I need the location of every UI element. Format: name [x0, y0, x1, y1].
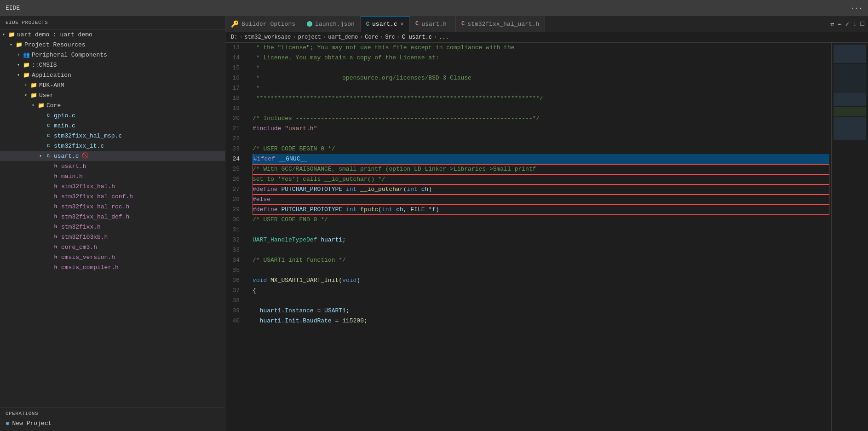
tree-item-application[interactable]: 📁Application: [0, 70, 225, 80]
menu-dots[interactable]: ···: [851, 5, 862, 12]
icon-core_cm3_h: h: [52, 244, 60, 250]
tab-usart_h[interactable]: Cusart.h: [410, 16, 456, 32]
tree-item-uart_demo[interactable]: 📁uart_demo : uart_demo: [0, 29, 225, 40]
breadcrumb-part-6[interactable]: C usart.c: [402, 34, 432, 40]
line-num-13: 13: [225, 43, 245, 53]
code-content[interactable]: * the "License"; You may not use this fi…: [251, 43, 831, 431]
sidebar-header: EIDE PROJECTS: [0, 16, 225, 29]
breadcrumb: D:›stm32_worksape›project›uart_demo›Core…: [225, 32, 868, 43]
icon-stm32f1xx_hal_msp_c: C: [44, 133, 52, 138]
breadcrumb-sep-2: ›: [323, 34, 326, 40]
icon-user: 📁: [29, 92, 38, 99]
arrow-cmsis[interactable]: [15, 62, 22, 68]
tree-item-project_resources[interactable]: 📁Project Resources: [0, 40, 225, 50]
collapse-icon[interactable]: □: [861, 20, 864, 28]
plus-icon: ⊕: [6, 420, 9, 427]
tree-item-stm32f1xx_it_c[interactable]: Cstm32f1xx_it.c: [0, 141, 225, 151]
minimize-icon[interactable]: ✓: [845, 20, 849, 28]
label-mdk_arm: MDK-ARM: [39, 82, 64, 89]
breadcrumb-part-1[interactable]: stm32_worksape: [245, 34, 291, 40]
app-title: EIDE: [6, 5, 20, 11]
tree-item-usart_c[interactable]: Cusart.c🚫: [0, 151, 225, 161]
icon-peripheral_components: 👥: [22, 52, 30, 58]
label-core: Core: [46, 102, 61, 109]
tree-item-main_c[interactable]: Cmain.c: [0, 121, 225, 131]
code-line-39: huart1.Instance = USART1;: [253, 306, 829, 316]
line-num-21: 21: [225, 124, 245, 134]
label-stm32f1xx_it_c: stm32f1xx_it.c: [54, 143, 104, 149]
label-stm32f1xx_h: stm32f1xx.h: [61, 224, 101, 230]
breadcrumb-sep-4: ›: [380, 34, 383, 40]
title-bar-menu[interactable]: ···: [851, 5, 862, 12]
tree-item-stm32f103xb_h[interactable]: hstm32f103xb.h: [0, 232, 225, 242]
breadcrumb-sep-3: ›: [360, 34, 363, 40]
label-application: Application: [32, 72, 71, 79]
tab-stm32f1xx_hal_uart_h[interactable]: Cstm32f1xx_hal_uart.h: [456, 16, 545, 32]
line-num-22: 22: [225, 134, 245, 144]
editor-area: 🔑Builder Optionslaunch.jsonCusart.c×Cusa…: [225, 16, 868, 431]
download-icon[interactable]: ↓: [853, 20, 857, 28]
tree-item-stm32f1xx_hal_def_h[interactable]: hstm32f1xx_hal_def.h: [0, 212, 225, 222]
tab-label-builder_options: Builder Options: [241, 21, 295, 28]
tab-builder_options[interactable]: 🔑Builder Options: [225, 16, 301, 32]
split-editor-icon[interactable]: ⇄: [830, 20, 834, 28]
line-num-39: 39: [225, 306, 245, 316]
operations-panel: OPERATIONS ⊕ New Project: [0, 408, 225, 431]
error-badge-usart_c: 🚫: [82, 153, 88, 159]
tree-item-stm32f1xx_h[interactable]: hstm32f1xx.h: [0, 222, 225, 232]
tree-item-main_h[interactable]: hmain.h: [0, 171, 225, 181]
tab-launch_json[interactable]: launch.json: [301, 16, 361, 32]
arrow-user[interactable]: [22, 92, 29, 98]
tree-item-stm32f1xx_hal_h[interactable]: hstm32f1xx_hal.h: [0, 181, 225, 191]
breadcrumb-part-3[interactable]: uart_demo: [328, 34, 358, 40]
tree-item-cmsis_version_h[interactable]: hcmsis_version.h: [0, 252, 225, 262]
tree-item-core_cm3_h[interactable]: hcore_cm3.h: [0, 242, 225, 252]
icon-mdk_arm: 📁: [29, 82, 38, 89]
arrow-usart_c[interactable]: [37, 153, 44, 159]
arrow-application[interactable]: [15, 72, 22, 78]
breadcrumb-part-2[interactable]: project: [298, 34, 321, 40]
tree-item-cmsis_compiler_h[interactable]: hcmsis_compiler.h: [0, 262, 225, 272]
code-line-28: #else: [253, 195, 829, 205]
arrow-mdk_arm[interactable]: [22, 83, 29, 88]
tree-item-stm32f1xx_hal_conf_h[interactable]: hstm32f1xx_hal_conf.h: [0, 191, 225, 201]
icon-main_h: h: [52, 173, 60, 179]
tree-item-cmsis[interactable]: 📁::CMSIS: [0, 60, 225, 70]
tab-usart_c[interactable]: Cusart.c×: [361, 16, 410, 32]
tab-bar: 🔑Builder Optionslaunch.jsonCusart.c×Cusa…: [225, 16, 868, 32]
label-cmsis_version_h: cmsis_version.h: [61, 254, 115, 261]
label-project_resources: Project Resources: [24, 41, 86, 48]
tree-item-mdk_arm[interactable]: 📁MDK-ARM: [0, 80, 225, 90]
code-line-26: set to 'Yes') calls __io_putchar() */: [253, 174, 829, 184]
line-num-27: 27: [225, 184, 245, 195]
line-num-16: 16: [225, 73, 245, 83]
arrow-uart_demo[interactable]: [0, 32, 7, 37]
breadcrumb-part-0[interactable]: D:: [231, 34, 237, 40]
line-num-28: 28: [225, 195, 245, 205]
code-line-29: #define PUTCHAR_PROTOTYPE int fputc(int …: [253, 205, 829, 215]
icon-stm32f1xx_it_c: C: [44, 143, 52, 149]
arrow-project_resources[interactable]: [7, 42, 15, 47]
breadcrumb-part-5[interactable]: Src: [385, 34, 395, 40]
label-stm32f1xx_hal_msp_c: stm32f1xx_hal_msp.c: [54, 132, 122, 139]
label-usart_h: usart.h: [61, 163, 86, 170]
arrow-core[interactable]: [29, 103, 37, 108]
breadcrumb-part-4[interactable]: Core: [365, 34, 378, 40]
tree-item-peripheral_components[interactable]: 👥Peripheral Components: [0, 50, 225, 60]
tree-item-core[interactable]: 📁Core: [0, 100, 225, 110]
more-actions-icon[interactable]: ⋯: [838, 20, 841, 28]
code-line-40: huart1.Init.BaudRate = 115200;: [253, 316, 829, 326]
label-stm32f1xx_hal_rcc_h: stm32f1xx_hal_rcc.h: [61, 203, 129, 210]
tree-item-stm32f1xx_hal_msp_c[interactable]: Cstm32f1xx_hal_msp.c: [0, 131, 225, 141]
code-line-38: [253, 296, 829, 306]
tree-item-user[interactable]: 📁User: [0, 90, 225, 100]
new-project-item[interactable]: ⊕ New Project: [6, 418, 219, 428]
breadcrumb-sep-6: ›: [434, 34, 437, 40]
tab-close-usart_c[interactable]: ×: [400, 21, 404, 28]
tree-item-usart_h[interactable]: husart.h: [0, 161, 225, 171]
arrow-peripheral_components[interactable]: [15, 52, 22, 57]
tree-item-gpio_c[interactable]: Cgpio.c: [0, 110, 225, 121]
tab-label-launch_json: launch.json: [315, 21, 355, 28]
breadcrumb-part-7: ...: [439, 34, 449, 40]
tree-item-stm32f1xx_hal_rcc_h[interactable]: hstm32f1xx_hal_rcc.h: [0, 201, 225, 212]
